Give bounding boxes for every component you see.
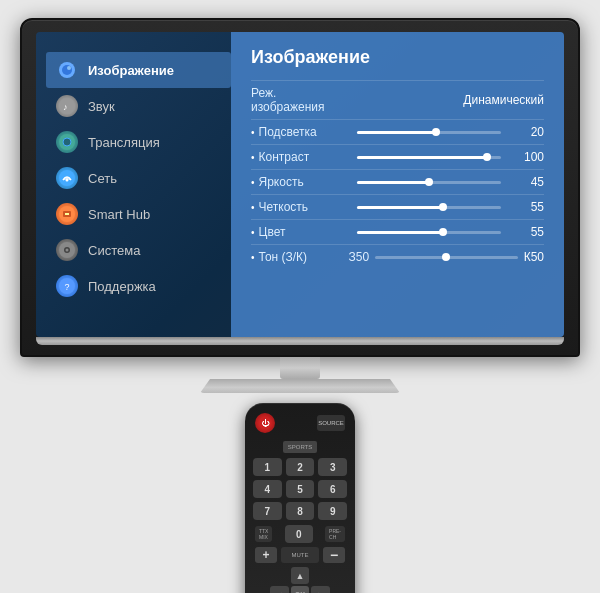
tv-stand-base xyxy=(200,379,400,393)
setting-row-brightness: • Яркость 45 xyxy=(251,169,544,194)
color-thumb xyxy=(439,228,447,236)
tv-bezel: Изображение ♪ Звук Трансляция xyxy=(20,18,580,357)
backlight-label: Подсветка xyxy=(259,125,349,139)
up-button[interactable]: ▲ xyxy=(291,567,310,584)
num-7-button[interactable]: 7 xyxy=(253,502,282,520)
sound-icon: ♪ xyxy=(56,95,78,117)
menu-label-image: Изображение xyxy=(88,63,174,78)
backlight-value: 20 xyxy=(509,125,544,139)
sports-button[interactable]: SPORTS xyxy=(283,441,317,453)
left-menu: Изображение ♪ Звук Трансляция xyxy=(36,32,231,337)
contrast-value: 100 xyxy=(509,150,544,164)
menu-item-network[interactable]: Сеть xyxy=(46,160,231,196)
remote-control: ⏻ SOURCE SPORTS 1 2 3 4 5 6 7 8 9 TTXMIX… xyxy=(245,403,355,593)
num-0-button[interactable]: 0 xyxy=(285,525,313,543)
ttx-button[interactable]: TTXMIX xyxy=(255,526,272,542)
menu-item-smarthub[interactable]: Smart Hub xyxy=(46,196,231,232)
brightness-thumb xyxy=(425,178,433,186)
mode-value: Динамический xyxy=(463,93,544,107)
mode-label: Реж. изображения xyxy=(251,86,341,114)
ton-right-value: К50 xyxy=(524,250,544,264)
color-label: Цвет xyxy=(259,225,349,239)
svg-text:?: ? xyxy=(65,282,70,292)
setting-row-color: • Цвет 55 xyxy=(251,219,544,244)
ok-button[interactable]: OK xyxy=(291,586,310,593)
menu-label-sound: Звук xyxy=(88,99,115,114)
smarthub-icon xyxy=(56,203,78,225)
brightness-fill xyxy=(357,181,429,184)
tv-screen: Изображение ♪ Звук Трансляция xyxy=(36,32,564,337)
brightness-value: 45 xyxy=(509,175,544,189)
sharpness-fill xyxy=(357,206,444,209)
contrast-slider[interactable] xyxy=(357,156,501,159)
prech-button[interactable]: PRE-CH xyxy=(325,526,345,542)
menu-item-support[interactable]: ? Поддержка xyxy=(46,268,231,304)
power-button[interactable]: ⏻ xyxy=(255,413,275,433)
mode-row: Реж. изображения Динамический xyxy=(251,80,544,119)
contrast-thumb xyxy=(483,153,491,161)
num-4-button[interactable]: 4 xyxy=(253,480,282,498)
color-fill xyxy=(357,231,444,234)
right-panel: Изображение Реж. изображения Динамически… xyxy=(231,32,564,337)
menu-label-network: Сеть xyxy=(88,171,117,186)
mute-area: + MUTE − xyxy=(253,547,347,563)
menu-item-image[interactable]: Изображение xyxy=(46,52,231,88)
num-5-button[interactable]: 5 xyxy=(286,480,315,498)
right-button[interactable]: ► xyxy=(311,586,330,593)
num-3-button[interactable]: 3 xyxy=(318,458,347,476)
setting-row-backlight: • Подсветка 20 xyxy=(251,119,544,144)
backlight-fill xyxy=(357,131,436,134)
menu-label-smarthub: Smart Hub xyxy=(88,207,150,222)
panel-title: Изображение xyxy=(251,47,544,68)
menu-item-broadcast[interactable]: Трансляция xyxy=(46,124,231,160)
remote-container: ⏻ SOURCE SPORTS 1 2 3 4 5 6 7 8 9 TTXMIX… xyxy=(245,403,355,593)
setting-row-sharpness: • Четкость 55 xyxy=(251,194,544,219)
support-icon: ? xyxy=(56,275,78,297)
left-button[interactable]: ◄ xyxy=(270,586,289,593)
sharpness-value: 55 xyxy=(509,200,544,214)
tv: Изображение ♪ Звук Трансляция xyxy=(20,18,580,393)
sharpness-slider[interactable] xyxy=(357,206,501,209)
number-grid: 1 2 3 4 5 6 7 8 9 xyxy=(253,458,347,520)
color-value: 55 xyxy=(509,225,544,239)
tv-stand-neck xyxy=(280,357,320,379)
sharpness-thumb xyxy=(439,203,447,211)
menu-label-system: Система xyxy=(88,243,140,258)
contrast-fill xyxy=(357,156,487,159)
menu-item-system[interactable]: Система xyxy=(46,232,231,268)
backlight-thumb xyxy=(432,128,440,136)
brightness-slider[interactable] xyxy=(357,181,501,184)
menu-label-broadcast: Трансляция xyxy=(88,135,160,150)
color-slider[interactable] xyxy=(357,231,501,234)
brightness-label: Яркость xyxy=(259,175,349,189)
source-button[interactable]: SOURCE xyxy=(317,415,345,431)
ton-slider[interactable] xyxy=(375,256,518,259)
mid-row: TTXMIX 0 PRE-CH xyxy=(253,525,347,543)
arrow-cluster: ▲ ◄ OK ► ▼ xyxy=(270,567,330,593)
num-6-button[interactable]: 6 xyxy=(318,480,347,498)
svg-point-1 xyxy=(62,65,72,75)
tv-bottom-bar xyxy=(36,337,564,345)
num-2-button[interactable]: 2 xyxy=(286,458,315,476)
vol-down-button[interactable]: − xyxy=(323,547,345,563)
svg-point-14 xyxy=(66,249,69,252)
mute-button[interactable]: MUTE xyxy=(281,547,319,563)
ton-left-value: З50 xyxy=(349,250,370,264)
setting-row-contrast: • Контраст 100 xyxy=(251,144,544,169)
num-8-button[interactable]: 8 xyxy=(286,502,315,520)
ton-row: • Тон (З/К) З50 К50 xyxy=(251,244,544,269)
svg-point-2 xyxy=(67,66,71,70)
broadcast-icon xyxy=(56,131,78,153)
system-icon xyxy=(56,239,78,261)
backlight-slider[interactable] xyxy=(357,131,501,134)
menu-item-sound[interactable]: ♪ Звук xyxy=(46,88,231,124)
num-9-button[interactable]: 9 xyxy=(318,502,347,520)
num-1-button[interactable]: 1 xyxy=(253,458,282,476)
network-icon xyxy=(56,167,78,189)
menu-label-support: Поддержка xyxy=(88,279,156,294)
svg-point-8 xyxy=(66,179,69,182)
screen-content: Изображение ♪ Звук Трансляция xyxy=(36,32,564,337)
vol-up-button[interactable]: + xyxy=(255,547,277,563)
remote-top-row: ⏻ SOURCE xyxy=(253,413,347,433)
contrast-label: Контраст xyxy=(259,150,349,164)
